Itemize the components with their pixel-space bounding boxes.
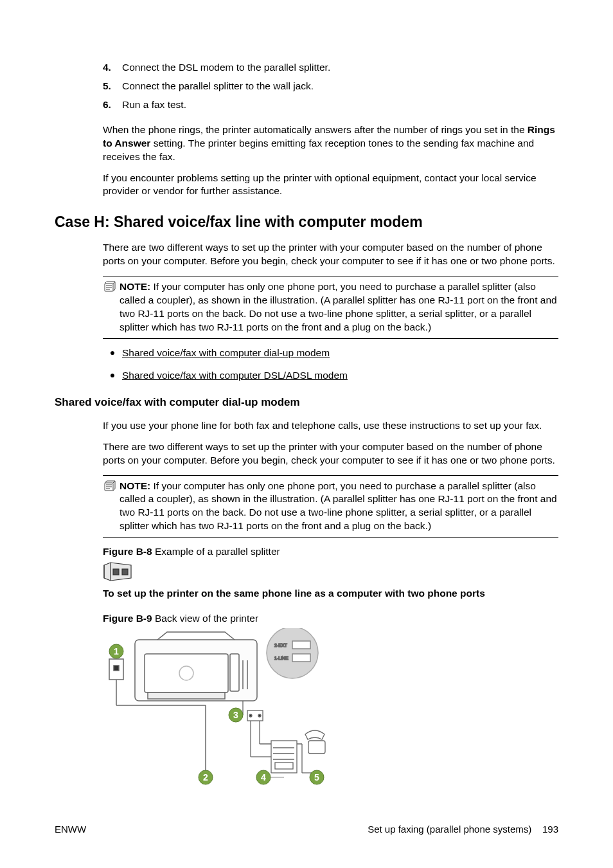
figure-b8-caption: Figure B-8 Example of a parallel splitte…	[103, 545, 558, 559]
ordered-steps: 4. Connect the DSL modem to the parallel…	[103, 61, 558, 198]
note-label: NOTE:	[120, 480, 150, 491]
svg-rect-9	[122, 569, 128, 575]
bullet-list: ● Shared voice/fax with computer dial-up…	[103, 347, 558, 383]
step-5: 5. Connect the parallel splitter to the …	[103, 80, 558, 93]
link-dialup-modem[interactable]: Shared voice/fax with computer dial-up m…	[122, 347, 330, 360]
svg-text:2-EXT: 2-EXT	[274, 643, 288, 647]
setup-heading: To set up the printer on the same phone …	[103, 587, 558, 601]
svg-text:5: 5	[314, 772, 319, 782]
svg-point-17	[267, 628, 318, 678]
step-text: Connect the parallel splitter to the wal…	[122, 80, 314, 93]
step-number: 5.	[103, 80, 122, 93]
page: 4. Connect the DSL modem to the parallel…	[0, 0, 613, 868]
note-icon	[103, 480, 120, 534]
svg-rect-44	[308, 741, 325, 754]
note-block: NOTE: If your computer has only one phon…	[103, 475, 558, 538]
svg-rect-19	[292, 654, 310, 662]
note-icon	[103, 280, 120, 334]
svg-text:4: 4	[261, 772, 266, 782]
paragraph-use-phone-line: If you use your phone line for both fax …	[103, 419, 558, 433]
footer-left: ENWW	[55, 823, 86, 836]
bullet-icon: ●	[103, 347, 122, 360]
step-text: Connect the DSL modem to the parallel sp…	[122, 61, 330, 75]
svg-text:2: 2	[203, 772, 208, 782]
step-6: 6. Run a fax test.	[103, 98, 558, 112]
step-text: Run a fax test.	[122, 98, 186, 112]
svg-text:1-LINE: 1-LINE	[274, 656, 289, 660]
svg-rect-14	[148, 692, 225, 699]
step-number: 6.	[103, 98, 122, 112]
figure-b9-caption: Figure B-9 Back view of the printer	[103, 612, 558, 626]
step-4: 4. Connect the DSL modem to the parallel…	[103, 61, 558, 75]
footer-right: Set up faxing (parallel phone systems) 1…	[368, 823, 558, 836]
note-text: If your computer has only one phone port…	[120, 480, 557, 532]
svg-rect-8	[113, 569, 119, 575]
paragraph-contact: If you encounter problems setting up the…	[103, 172, 558, 199]
note-label: NOTE:	[120, 281, 150, 292]
paragraph-two-ways: There are two different ways to set up t…	[103, 241, 558, 268]
step-number: 4.	[103, 61, 122, 75]
svg-rect-18	[292, 641, 310, 649]
link-dsl-adsl-modem[interactable]: Shared voice/fax with computer DSL/ADSL …	[122, 369, 348, 383]
list-item: ● Shared voice/fax with computer DSL/ADS…	[103, 369, 558, 383]
page-footer: ENWW Set up faxing (parallel phone syste…	[55, 823, 558, 836]
svg-text:3: 3	[233, 710, 238, 720]
figure-b9-image: 2-EXT 1-LINE 1	[103, 628, 341, 786]
heading-dialup: Shared voice/fax with computer dial-up m…	[55, 395, 558, 410]
paragraph-rings: When the phone rings, the printer automa…	[103, 123, 558, 164]
list-item: ● Shared voice/fax with computer dial-up…	[103, 347, 558, 360]
paragraph-two-ways-2: There are two different ways to set up t…	[103, 440, 558, 467]
note-text: If your computer has only one phone port…	[120, 281, 557, 332]
svg-rect-12	[230, 654, 239, 691]
figure-b8-image	[103, 561, 135, 584]
bullet-icon: ●	[103, 369, 122, 383]
page-number: 193	[542, 824, 558, 835]
svg-point-32	[258, 714, 261, 717]
svg-rect-11	[145, 654, 228, 692]
note-block: NOTE: If your computer has only one phon…	[103, 276, 558, 339]
svg-rect-23	[114, 665, 119, 671]
svg-text:1: 1	[114, 646, 119, 656]
svg-point-31	[249, 714, 252, 717]
heading-case-h: Case H: Shared voice/fax line with compu…	[55, 212, 558, 232]
